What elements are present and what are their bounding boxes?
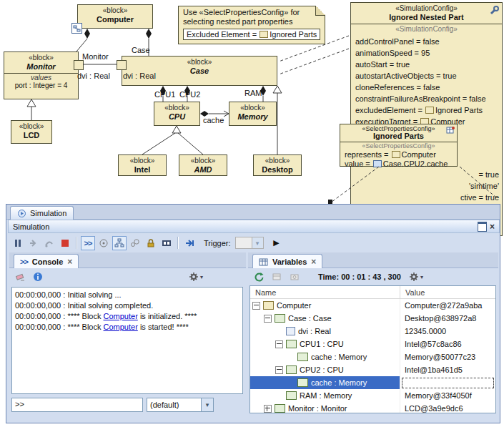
port-dvi-monitor[interactable] (74, 60, 84, 70)
table-row[interactable]: CPU1 : CPU Intel@57c8ac86 (250, 338, 495, 350)
step-over-icon[interactable] (42, 236, 56, 250)
block-cpu[interactable]: «block» CPU (154, 102, 200, 126)
table-row[interactable]: Computer Computer@272a9aba (250, 299, 495, 312)
tab-label: Simulation (30, 209, 66, 217)
block-name: Intel (119, 165, 166, 175)
value-property-icon (286, 327, 295, 335)
value-edit-field[interactable] (402, 378, 494, 388)
chevron-down-icon: ▾ (201, 398, 213, 411)
breakpoints-icon[interactable] (128, 236, 142, 250)
export-log-icon[interactable] (182, 236, 197, 250)
role-label-case: Case (132, 46, 150, 54)
trigger-label: Trigger: (204, 239, 231, 247)
table-row-selected[interactable]: cache : Memory (250, 376, 495, 389)
table-row[interactable]: RAM : Memory Memory@33f4050f (250, 389, 495, 402)
stereotype-label: «block» (119, 155, 166, 165)
float-window-icon[interactable] (478, 222, 487, 232)
collapse-expander[interactable] (264, 315, 272, 323)
table-row[interactable]: cache : Memory Memory@50077c23 (250, 350, 495, 363)
block-name: Monitor (4, 62, 78, 72)
terminate-icon[interactable] (58, 236, 72, 250)
window-title-bar[interactable]: Simulation × (8, 220, 500, 233)
console-options-button[interactable]: ▾ (189, 272, 203, 282)
block-memory[interactable]: «block» Memory (229, 102, 277, 126)
part-property-icon (297, 378, 308, 387)
wrench-icon[interactable] (489, 5, 500, 16)
role-label-cpu2: CPU2 (179, 90, 200, 99)
excluded-element-box: Excluded Element = Ignored Parts (183, 29, 320, 40)
info-icon[interactable] (31, 270, 45, 284)
collapse-expander[interactable] (275, 366, 283, 374)
tab-simulation[interactable]: Simulation (10, 206, 74, 220)
stereotype-label: «block» (78, 5, 152, 15)
block-name: Ignored Parts (340, 132, 457, 140)
simulation-toolbar: >> Trigger: ▾ ▶ (8, 234, 500, 252)
step-into-icon[interactable] (26, 236, 41, 250)
tab-variables[interactable]: Variables × (252, 254, 322, 268)
animation-toggle-icon[interactable] (97, 236, 111, 250)
role-label-cache: cache (203, 116, 224, 124)
config-property: constraintFailureAsBreakpoint = false (355, 93, 500, 104)
close-tab-icon[interactable]: × (67, 257, 72, 267)
console-line: 00:00:00,000 : Initial solving ... (15, 290, 239, 300)
element-link[interactable]: Computer (104, 312, 138, 320)
close-window-icon[interactable]: × (490, 222, 495, 231)
part-property-icon (286, 365, 297, 374)
value-property: port : Integer = 4 (4, 82, 78, 90)
block-lcd[interactable]: «block» LCD (11, 120, 52, 144)
comment-note[interactable]: Use «SelectPropertiesConfig» for selecti… (178, 6, 325, 44)
config-property: addControlPanel = false (355, 36, 500, 47)
stereotype-label: «block» (154, 102, 199, 112)
record-animation-icon[interactable] (159, 236, 174, 250)
suspend-icon[interactable] (11, 236, 25, 250)
console-line: 00:00:00,000 : Initial solving completed… (15, 300, 239, 311)
clear-console-icon[interactable] (13, 270, 27, 284)
block-intel[interactable]: «block» Intel (118, 154, 167, 176)
run-pointer-icon[interactable]: ▶ (270, 236, 284, 250)
stereotype-label: «block» (229, 102, 276, 112)
table-row[interactable]: Monitor : Monitor LCD@3a9e9dc6 (250, 402, 495, 413)
variables-table: Name Value Computer Computer@272a9aba Ca… (249, 285, 496, 413)
block-ignored-parts-config[interactable]: «SelectPropertiesConfig» Ignored Parts «… (340, 124, 458, 167)
table-row[interactable]: CPU2 : CPU Intel@1ba461d5 (250, 363, 495, 376)
snapshot-icon[interactable] (287, 270, 302, 284)
element-link[interactable]: Computer (104, 323, 138, 331)
trigger-combobox[interactable]: ▾ (235, 237, 264, 249)
variables-tree-toggle-icon[interactable] (112, 236, 127, 250)
block-amd[interactable]: «block» AMD (179, 154, 227, 176)
tab-console[interactable]: >> Console × (14, 254, 79, 268)
nested-part-icon (373, 160, 382, 167)
structure-compartment-icon[interactable] (71, 23, 82, 34)
table-row[interactable]: Case : Case Desktop@638972a8 (250, 312, 495, 325)
console-language-combobox[interactable]: (default) ▾ (147, 398, 214, 412)
console-input[interactable]: >> (11, 398, 143, 412)
block-monitor[interactable]: «block» Monitor values port : Integer = … (4, 51, 79, 99)
export-variables-icon[interactable] (270, 270, 284, 284)
part-property-icon (286, 391, 297, 400)
config-property-value: value = Case.CPU2.cache (345, 159, 455, 169)
block-computer[interactable]: «block» Computer (77, 4, 153, 29)
collapse-expander[interactable] (275, 340, 283, 348)
stereotype-label: «block» (4, 52, 78, 62)
window-tab-strip: Simulation (6, 205, 500, 220)
lock-icon[interactable] (144, 236, 158, 250)
occluded-text-fragment: ctive = true (400, 193, 499, 202)
simulation-window: Simulation Simulation × >> (6, 204, 500, 423)
console-output[interactable]: 00:00:00,000 : Initial solving ... 00:00… (11, 287, 243, 394)
ignored-parts-icon (425, 107, 434, 114)
port-dvi-case[interactable] (117, 60, 127, 70)
variables-options-button[interactable]: ▾ (409, 272, 423, 282)
block-case[interactable]: «block» Case (122, 56, 277, 86)
table-row[interactable]: dvi : Real 12345.0000 (250, 325, 495, 338)
block-desktop[interactable]: «block» Desktop (253, 154, 302, 176)
console-toolbar: ▾ (9, 268, 246, 285)
stereotype-label: «block» (254, 155, 301, 165)
column-header-name: Name (250, 286, 400, 298)
console-toggle-icon[interactable]: >> (81, 236, 95, 250)
variables-tab-strip: Variables × (248, 252, 498, 268)
close-tab-icon[interactable]: × (311, 257, 316, 267)
variables-toolbar: Time: 00 : 01 : 43 , 300 ▾ (248, 268, 498, 285)
collapse-expander[interactable] (252, 302, 260, 310)
refresh-icon[interactable] (252, 270, 266, 284)
expand-expander[interactable] (264, 405, 272, 413)
